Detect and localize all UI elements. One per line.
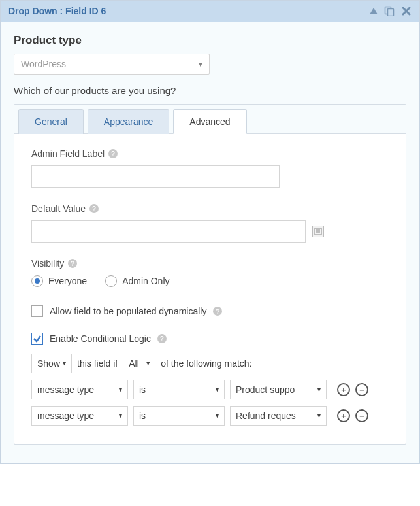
help-icon[interactable]: ? <box>213 307 222 316</box>
enable-conditional-label: Enable Conditional Logic <box>50 333 151 344</box>
default-value-input[interactable] <box>31 220 306 243</box>
rule-operator-select[interactable]: is ▼ <box>133 406 225 426</box>
help-icon[interactable]: ? <box>108 149 118 158</box>
conditional-rule-row: message type ▼ is ▼ Product suppo ▼ + − <box>31 380 389 399</box>
chevron-down-icon: ▼ <box>197 61 204 68</box>
radio-icon <box>105 275 117 287</box>
close-icon[interactable] <box>401 6 412 16</box>
help-icon[interactable]: ? <box>68 259 77 268</box>
panel-header: Drop Down : Field ID 6 <box>1 1 419 22</box>
help-icon[interactable]: ? <box>157 334 167 343</box>
add-rule-icon[interactable]: + <box>337 383 350 396</box>
svg-rect-2 <box>388 9 394 16</box>
rule-field-value: message type <box>37 384 94 395</box>
field-preview-select[interactable]: WordPress ▼ <box>14 54 210 75</box>
rule-value-select[interactable]: Refund reques ▼ <box>230 406 327 426</box>
default-value-label: Default Value <box>31 203 86 214</box>
admin-label-input[interactable] <box>31 165 280 188</box>
chevron-down-icon: ▼ <box>316 386 322 393</box>
conditional-anyall-value: All <box>129 358 139 369</box>
merge-tag-icon[interactable] <box>312 226 324 237</box>
visibility-option-everyone[interactable]: Everyone <box>31 275 87 287</box>
enable-conditional-checkbox[interactable]: Enable Conditional Logic ? <box>31 333 389 345</box>
rule-field-select[interactable]: message type ▼ <box>31 406 128 426</box>
field-preview-value: WordPress <box>21 59 66 69</box>
conditional-showhide-value: Show <box>37 358 60 369</box>
svg-marker-0 <box>370 8 378 14</box>
chevron-down-icon: ▼ <box>61 360 67 367</box>
field-description: Which of our products are you using? <box>14 85 406 96</box>
visibility-option-label: Admin Only <box>122 276 169 286</box>
chevron-down-icon: ▼ <box>118 386 123 393</box>
conditional-rule-row: message type ▼ is ▼ Refund reques ▼ + − <box>31 406 389 426</box>
panel-title: Drop Down : Field ID 6 <box>8 6 106 16</box>
tab-advanced[interactable]: Advanced <box>173 109 246 134</box>
visibility-row: Visibility ? Everyone Admin Only <box>31 258 389 287</box>
visibility-option-admin[interactable]: Admin Only <box>105 275 169 287</box>
rule-field-select[interactable]: message type ▼ <box>31 380 128 399</box>
tab-appearance[interactable]: Appearance <box>88 109 170 134</box>
checkbox-icon <box>31 305 43 317</box>
collapse-icon[interactable] <box>370 8 378 14</box>
rule-value-select[interactable]: Product suppo ▼ <box>230 380 327 399</box>
remove-rule-icon[interactable]: − <box>355 383 368 396</box>
checkbox-icon <box>31 333 43 345</box>
field-title: Product type <box>14 34 406 47</box>
field-settings-panel: Drop Down : Field ID 6 Product type Word… <box>0 0 420 464</box>
chevron-down-icon: ▼ <box>214 386 220 393</box>
rule-field-value: message type <box>37 411 94 421</box>
dynamic-populate-row: Allow field to be populated dynamically … <box>31 305 389 317</box>
tab-content-advanced: Admin Field Label ? Default Value ? <box>14 134 406 444</box>
conditional-text-end: of the following match: <box>161 358 251 369</box>
rule-operator-value: is <box>139 384 146 395</box>
rule-operator-select[interactable]: is ▼ <box>133 380 225 399</box>
panel-actions <box>370 6 412 16</box>
default-value-row: Default Value ? <box>31 203 389 243</box>
duplicate-icon[interactable] <box>384 6 395 16</box>
conditional-text-mid: this field if <box>77 358 118 369</box>
help-icon[interactable]: ? <box>89 204 99 213</box>
radio-icon <box>31 275 43 287</box>
chevron-down-icon: ▼ <box>316 413 322 419</box>
chevron-down-icon: ▼ <box>118 413 123 419</box>
rule-value-value: Refund reques <box>236 411 296 421</box>
tab-general[interactable]: General <box>18 109 84 134</box>
add-rule-icon[interactable]: + <box>337 409 350 422</box>
rule-value-value: Product suppo <box>236 384 295 395</box>
visibility-label: Visibility <box>31 258 64 269</box>
remove-rule-icon[interactable]: − <box>355 409 368 422</box>
admin-label-row: Admin Field Label ? <box>31 148 389 188</box>
panel-body: Product type WordPress ▼ Which of our pr… <box>1 22 419 463</box>
settings-tabs-container: General Appearance Advanced Admin Field … <box>14 104 406 445</box>
conditional-showhide-select[interactable]: Show ▼ <box>31 354 72 373</box>
conditional-anyall-select[interactable]: All ▼ <box>123 354 155 373</box>
chevron-down-icon: ▼ <box>145 360 151 367</box>
visibility-option-label: Everyone <box>48 276 87 286</box>
conditional-logic-row: Enable Conditional Logic ? <box>31 333 389 345</box>
chevron-down-icon: ▼ <box>214 413 220 419</box>
admin-label-label: Admin Field Label <box>31 148 105 159</box>
settings-tabs: General Appearance Advanced <box>14 105 406 134</box>
conditional-sentence: Show ▼ this field if All ▼ of the follow… <box>31 354 389 373</box>
rule-operator-value: is <box>139 411 146 421</box>
dynamic-populate-checkbox[interactable]: Allow field to be populated dynamically … <box>31 305 389 317</box>
dynamic-populate-label: Allow field to be populated dynamically <box>50 306 206 316</box>
